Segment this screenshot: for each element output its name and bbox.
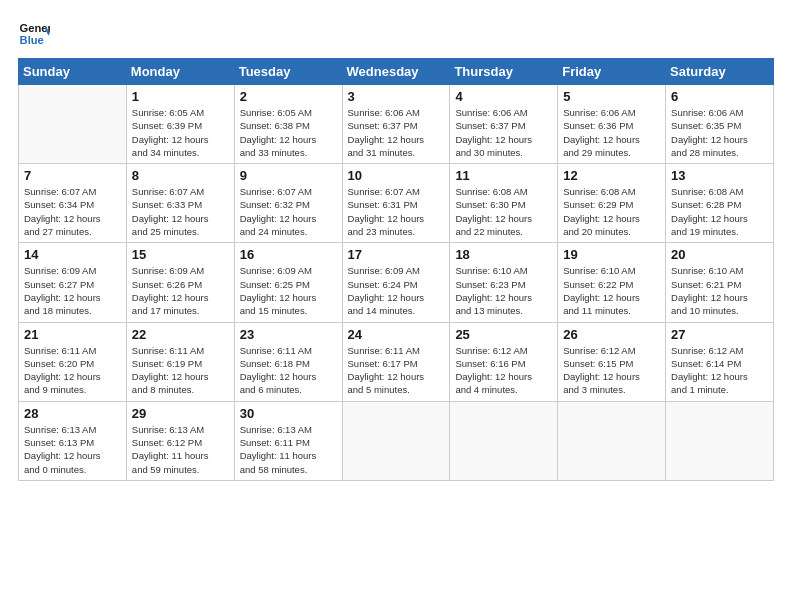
calendar-table: SundayMondayTuesdayWednesdayThursdayFrid… — [18, 58, 774, 481]
day-info: Sunrise: 6:10 AM Sunset: 6:22 PM Dayligh… — [563, 264, 660, 317]
calendar-cell: 13Sunrise: 6:08 AM Sunset: 6:28 PM Dayli… — [666, 164, 774, 243]
calendar-cell: 11Sunrise: 6:08 AM Sunset: 6:30 PM Dayli… — [450, 164, 558, 243]
day-number: 5 — [563, 89, 660, 104]
weekday-header-wednesday: Wednesday — [342, 59, 450, 85]
calendar-cell: 28Sunrise: 6:13 AM Sunset: 6:13 PM Dayli… — [19, 401, 127, 480]
day-number: 18 — [455, 247, 552, 262]
day-info: Sunrise: 6:08 AM Sunset: 6:28 PM Dayligh… — [671, 185, 768, 238]
weekday-header-thursday: Thursday — [450, 59, 558, 85]
calendar-week-row: 14Sunrise: 6:09 AM Sunset: 6:27 PM Dayli… — [19, 243, 774, 322]
day-info: Sunrise: 6:12 AM Sunset: 6:14 PM Dayligh… — [671, 344, 768, 397]
day-number: 8 — [132, 168, 229, 183]
day-info: Sunrise: 6:07 AM Sunset: 6:34 PM Dayligh… — [24, 185, 121, 238]
day-number: 1 — [132, 89, 229, 104]
calendar-cell: 17Sunrise: 6:09 AM Sunset: 6:24 PM Dayli… — [342, 243, 450, 322]
day-info: Sunrise: 6:13 AM Sunset: 6:11 PM Dayligh… — [240, 423, 337, 476]
calendar-cell — [19, 85, 127, 164]
day-info: Sunrise: 6:07 AM Sunset: 6:33 PM Dayligh… — [132, 185, 229, 238]
calendar-cell — [342, 401, 450, 480]
calendar-cell — [666, 401, 774, 480]
day-number: 9 — [240, 168, 337, 183]
day-info: Sunrise: 6:07 AM Sunset: 6:31 PM Dayligh… — [348, 185, 445, 238]
day-number: 7 — [24, 168, 121, 183]
weekday-header-friday: Friday — [558, 59, 666, 85]
calendar-cell: 26Sunrise: 6:12 AM Sunset: 6:15 PM Dayli… — [558, 322, 666, 401]
day-info: Sunrise: 6:11 AM Sunset: 6:20 PM Dayligh… — [24, 344, 121, 397]
calendar-cell — [558, 401, 666, 480]
weekday-header-row: SundayMondayTuesdayWednesdayThursdayFrid… — [19, 59, 774, 85]
calendar-week-row: 1Sunrise: 6:05 AM Sunset: 6:39 PM Daylig… — [19, 85, 774, 164]
day-number: 28 — [24, 406, 121, 421]
day-info: Sunrise: 6:06 AM Sunset: 6:37 PM Dayligh… — [348, 106, 445, 159]
day-number: 26 — [563, 327, 660, 342]
day-number: 11 — [455, 168, 552, 183]
day-number: 12 — [563, 168, 660, 183]
day-info: Sunrise: 6:06 AM Sunset: 6:36 PM Dayligh… — [563, 106, 660, 159]
calendar-cell: 22Sunrise: 6:11 AM Sunset: 6:19 PM Dayli… — [126, 322, 234, 401]
calendar-cell: 29Sunrise: 6:13 AM Sunset: 6:12 PM Dayli… — [126, 401, 234, 480]
calendar-cell: 4Sunrise: 6:06 AM Sunset: 6:37 PM Daylig… — [450, 85, 558, 164]
calendar-cell: 15Sunrise: 6:09 AM Sunset: 6:26 PM Dayli… — [126, 243, 234, 322]
calendar-cell: 14Sunrise: 6:09 AM Sunset: 6:27 PM Dayli… — [19, 243, 127, 322]
day-info: Sunrise: 6:12 AM Sunset: 6:16 PM Dayligh… — [455, 344, 552, 397]
day-info: Sunrise: 6:08 AM Sunset: 6:29 PM Dayligh… — [563, 185, 660, 238]
calendar-cell — [450, 401, 558, 480]
day-number: 24 — [348, 327, 445, 342]
day-info: Sunrise: 6:09 AM Sunset: 6:26 PM Dayligh… — [132, 264, 229, 317]
calendar-cell: 2Sunrise: 6:05 AM Sunset: 6:38 PM Daylig… — [234, 85, 342, 164]
day-info: Sunrise: 6:05 AM Sunset: 6:38 PM Dayligh… — [240, 106, 337, 159]
calendar-cell: 5Sunrise: 6:06 AM Sunset: 6:36 PM Daylig… — [558, 85, 666, 164]
day-number: 23 — [240, 327, 337, 342]
page: General Blue SundayMondayTuesdayWednesda… — [0, 0, 792, 612]
day-number: 17 — [348, 247, 445, 262]
calendar-cell: 27Sunrise: 6:12 AM Sunset: 6:14 PM Dayli… — [666, 322, 774, 401]
day-number: 16 — [240, 247, 337, 262]
day-info: Sunrise: 6:07 AM Sunset: 6:32 PM Dayligh… — [240, 185, 337, 238]
calendar-cell: 1Sunrise: 6:05 AM Sunset: 6:39 PM Daylig… — [126, 85, 234, 164]
weekday-header-saturday: Saturday — [666, 59, 774, 85]
calendar-cell: 18Sunrise: 6:10 AM Sunset: 6:23 PM Dayli… — [450, 243, 558, 322]
calendar-cell: 8Sunrise: 6:07 AM Sunset: 6:33 PM Daylig… — [126, 164, 234, 243]
day-number: 4 — [455, 89, 552, 104]
day-info: Sunrise: 6:11 AM Sunset: 6:19 PM Dayligh… — [132, 344, 229, 397]
day-info: Sunrise: 6:09 AM Sunset: 6:27 PM Dayligh… — [24, 264, 121, 317]
day-number: 15 — [132, 247, 229, 262]
day-number: 25 — [455, 327, 552, 342]
calendar-cell: 3Sunrise: 6:06 AM Sunset: 6:37 PM Daylig… — [342, 85, 450, 164]
day-number: 29 — [132, 406, 229, 421]
logo: General Blue — [18, 18, 54, 50]
day-info: Sunrise: 6:06 AM Sunset: 6:35 PM Dayligh… — [671, 106, 768, 159]
day-number: 21 — [24, 327, 121, 342]
day-info: Sunrise: 6:13 AM Sunset: 6:12 PM Dayligh… — [132, 423, 229, 476]
day-info: Sunrise: 6:08 AM Sunset: 6:30 PM Dayligh… — [455, 185, 552, 238]
day-info: Sunrise: 6:09 AM Sunset: 6:24 PM Dayligh… — [348, 264, 445, 317]
day-number: 22 — [132, 327, 229, 342]
day-number: 30 — [240, 406, 337, 421]
calendar-cell: 16Sunrise: 6:09 AM Sunset: 6:25 PM Dayli… — [234, 243, 342, 322]
calendar-cell: 20Sunrise: 6:10 AM Sunset: 6:21 PM Dayli… — [666, 243, 774, 322]
calendar-cell: 24Sunrise: 6:11 AM Sunset: 6:17 PM Dayli… — [342, 322, 450, 401]
day-number: 6 — [671, 89, 768, 104]
day-number: 14 — [24, 247, 121, 262]
weekday-header-sunday: Sunday — [19, 59, 127, 85]
calendar-cell: 12Sunrise: 6:08 AM Sunset: 6:29 PM Dayli… — [558, 164, 666, 243]
day-number: 3 — [348, 89, 445, 104]
calendar-cell: 25Sunrise: 6:12 AM Sunset: 6:16 PM Dayli… — [450, 322, 558, 401]
calendar-cell: 10Sunrise: 6:07 AM Sunset: 6:31 PM Dayli… — [342, 164, 450, 243]
day-number: 2 — [240, 89, 337, 104]
calendar-cell: 9Sunrise: 6:07 AM Sunset: 6:32 PM Daylig… — [234, 164, 342, 243]
calendar-cell: 23Sunrise: 6:11 AM Sunset: 6:18 PM Dayli… — [234, 322, 342, 401]
day-number: 27 — [671, 327, 768, 342]
day-info: Sunrise: 6:13 AM Sunset: 6:13 PM Dayligh… — [24, 423, 121, 476]
day-info: Sunrise: 6:11 AM Sunset: 6:17 PM Dayligh… — [348, 344, 445, 397]
calendar-cell: 30Sunrise: 6:13 AM Sunset: 6:11 PM Dayli… — [234, 401, 342, 480]
weekday-header-tuesday: Tuesday — [234, 59, 342, 85]
calendar-cell: 7Sunrise: 6:07 AM Sunset: 6:34 PM Daylig… — [19, 164, 127, 243]
weekday-header-monday: Monday — [126, 59, 234, 85]
day-info: Sunrise: 6:12 AM Sunset: 6:15 PM Dayligh… — [563, 344, 660, 397]
day-number: 10 — [348, 168, 445, 183]
calendar-cell: 21Sunrise: 6:11 AM Sunset: 6:20 PM Dayli… — [19, 322, 127, 401]
calendar-cell: 19Sunrise: 6:10 AM Sunset: 6:22 PM Dayli… — [558, 243, 666, 322]
day-number: 19 — [563, 247, 660, 262]
svg-text:Blue: Blue — [20, 34, 44, 46]
